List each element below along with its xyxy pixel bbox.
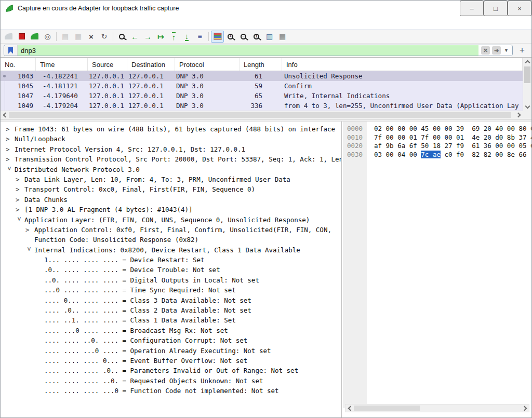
tree-line[interactable]: .... 0... .... .... = Class 3 Data Avail…	[1, 295, 341, 305]
hex-scroll-left-button[interactable]	[345, 404, 353, 412]
tree-line[interactable]: ...0 .... .... .... = Time Sync Required…	[1, 285, 341, 295]
previous-packet-button[interactable]: ←	[128, 31, 141, 43]
scroll-down-button[interactable]	[523, 103, 531, 111]
colorize-packets-button[interactable]	[211, 31, 224, 43]
open-file-button[interactable]: ▤	[59, 31, 72, 43]
tree-line[interactable]: >[1 DNP 3.0 AL Fragment (4 bytes): #1043…	[1, 205, 341, 214]
tree-line[interactable]: >Internal Indications: 0x8200, Device Re…	[1, 245, 341, 255]
expander-icon[interactable]: >	[6, 134, 15, 144]
tree-line[interactable]: >Data Chunks	[1, 195, 341, 205]
menu-item-wireless[interactable]	[76, 21, 86, 24]
tree-line[interactable]: >Internet Protocol Version 4, Src: 127.0…	[1, 144, 341, 154]
last-packet-button[interactable]: ↓	[180, 31, 193, 43]
expander-icon[interactable]: >	[16, 195, 24, 205]
packet-row[interactable]: 1045 -4.181121 127.0.0.1 127.0.0.1 DNP 3…	[1, 81, 523, 91]
maximize-button[interactable]: □	[484, 1, 508, 16]
expander-icon[interactable]: >	[16, 205, 24, 214]
zoom-out-button[interactable]: −	[237, 31, 250, 43]
minimize-button[interactable]: –	[460, 1, 484, 16]
packet-list-horizontal-scrollbar[interactable]	[1, 111, 523, 119]
menu-item-capture[interactable]	[39, 21, 48, 24]
first-packet-button[interactable]: ↑	[167, 31, 180, 43]
menu-item-analyser[interactable]	[48, 21, 58, 24]
close-button[interactable]: ×	[508, 1, 531, 16]
menu-item-outils[interactable]	[86, 21, 95, 24]
save-file-button[interactable]: ▦	[72, 31, 85, 43]
tree-line[interactable]: .... .... .... ..0. = Requested Objects …	[1, 376, 341, 386]
expander-icon[interactable]: >	[6, 124, 15, 134]
find-packet-button[interactable]	[115, 31, 128, 43]
tree-line[interactable]: >Transmission Control Protocol, Src Port…	[1, 154, 341, 164]
capture-options-button[interactable]: ◎	[41, 31, 54, 43]
hex-row[interactable]: 003003 00 04 00 7c ae c0 f0 82 82 00 8e …	[347, 151, 531, 159]
tree-line[interactable]: .... .... .... 0... = Event Buffer Overf…	[1, 356, 341, 366]
expander-icon[interactable]: >	[25, 225, 34, 235]
expander-icon[interactable]: >	[16, 174, 24, 184]
horizontal-scroll-thumb[interactable]	[9, 112, 511, 118]
scroll-left-button[interactable]	[1, 111, 8, 119]
column-header-info[interactable]: Info	[282, 58, 523, 71]
tree-line[interactable]: >Application Control: 0xf0, First, Final…	[1, 225, 341, 235]
tree-line[interactable]: .... .0.. .... .... = Class 2 Data Avail…	[1, 305, 341, 315]
column-preferences-button[interactable]: ▦	[276, 31, 289, 43]
expander-icon[interactable]: >	[5, 166, 15, 174]
next-packet-button[interactable]: →	[141, 31, 154, 43]
expander-icon[interactable]: >	[6, 144, 15, 154]
tree-line[interactable]: .... .... .... .0.. = Parameters Invalid…	[1, 366, 341, 375]
tree-line[interactable]: >Distributed Network Protocol 3.0	[1, 165, 341, 174]
resize-columns-button[interactable]: ▥	[263, 31, 276, 43]
filter-apply-button[interactable]: ➜	[492, 46, 501, 55]
filter-dropdown-button[interactable]: ▼	[503, 48, 510, 53]
tree-line[interactable]: .... .... .... ...0 = Function Code not …	[1, 386, 341, 396]
packet-row[interactable]: 1043 -4.182241 127.0.0.1 127.0.0.1 DNP 3…	[1, 71, 523, 81]
tree-line[interactable]: .... ...0 .... .... = Broadcast Msg Rx: …	[1, 326, 341, 335]
close-file-button[interactable]: ×	[85, 31, 98, 43]
scroll-right-button[interactable]	[515, 111, 523, 119]
column-header-source[interactable]: Source	[88, 58, 127, 71]
restart-capture-button[interactable]	[28, 31, 41, 43]
go-to-packet-button[interactable]: ↦	[154, 31, 167, 43]
tree-line[interactable]: >Application Layer: (FIR, FIN, CON, UNS,…	[1, 215, 341, 225]
stop-capture-button[interactable]	[15, 31, 28, 43]
tree-line[interactable]: Function Code: Unsolicited Response (0x8…	[1, 235, 341, 245]
expander-icon[interactable]: >	[16, 184, 24, 194]
scroll-up-button[interactable]	[523, 58, 531, 65]
menu-item-editer[interactable]	[11, 21, 20, 24]
display-filter-input[interactable]	[18, 45, 478, 56]
column-header-length[interactable]: Length	[240, 58, 282, 71]
filter-clear-button[interactable]: ✕	[481, 46, 490, 55]
tree-line[interactable]: .0.. .... .... .... = Device Trouble: No…	[1, 265, 341, 275]
hex-scroll-right-button[interactable]	[521, 404, 529, 412]
hex-horizontal-scrollbar[interactable]	[345, 404, 529, 412]
vertical-scroll-thumb[interactable]	[524, 66, 530, 83]
column-header-no[interactable]: No.	[1, 58, 36, 71]
zoom-in-button[interactable]: +	[224, 31, 237, 43]
hex-row[interactable]: 0020af 9b 6a 6f 50 18 27 f9 61 36 00 00 …	[347, 142, 531, 151]
menu-item-telephonie[interactable]	[67, 21, 76, 24]
expander-icon[interactable]: >	[24, 247, 34, 255]
tree-line[interactable]: >Null/Loopback	[1, 134, 341, 144]
hex-row[interactable]: 000002 00 00 00 45 00 00 39 69 20 40 00 …	[347, 125, 531, 133]
menu-item-vue[interactable]	[20, 21, 30, 24]
tree-line[interactable]: 1... .... .... .... = Device Restart: Se…	[1, 255, 341, 265]
zoom-100-button[interactable]: 1	[250, 31, 263, 43]
auto-scroll-button[interactable]: ≡	[193, 31, 206, 43]
filter-bookmark-button[interactable]	[4, 45, 18, 56]
menu-item-fichier[interactable]	[2, 21, 11, 24]
tree-line[interactable]: .... .... ..0. .... = Configuration Corr…	[1, 335, 341, 345]
tree-line[interactable]: >Transport Control: 0xc0, Final, First(F…	[1, 184, 341, 194]
column-header-destination[interactable]: Destination	[127, 58, 175, 71]
menu-item-statistiques[interactable]	[58, 21, 67, 24]
menu-item-aide[interactable]	[95, 21, 104, 24]
expander-icon[interactable]: >	[6, 154, 15, 164]
tree-line[interactable]: >Data Link Layer, Len: 10, From: 4, To: …	[1, 174, 341, 184]
tree-line[interactable]: >Frame 1043: 61 bytes on wire (488 bits)…	[1, 124, 341, 134]
hex-scroll-thumb[interactable]	[354, 406, 420, 411]
packet-row[interactable]: 1049 -4.179204 127.0.0.1 127.0.0.1 DNP 3…	[1, 101, 523, 111]
hex-row[interactable]: 00107f 00 00 01 7f 00 00 01 4e 20 d0 8b …	[347, 133, 531, 142]
column-header-protocol[interactable]: Protocol	[175, 58, 240, 71]
reload-file-button[interactable]: ↻	[98, 31, 111, 43]
tree-line[interactable]: .... ..1. .... .... = Class 1 Data Avail…	[1, 315, 341, 325]
add-filter-button[interactable]: +	[516, 45, 528, 56]
expander-icon[interactable]: >	[15, 217, 24, 225]
